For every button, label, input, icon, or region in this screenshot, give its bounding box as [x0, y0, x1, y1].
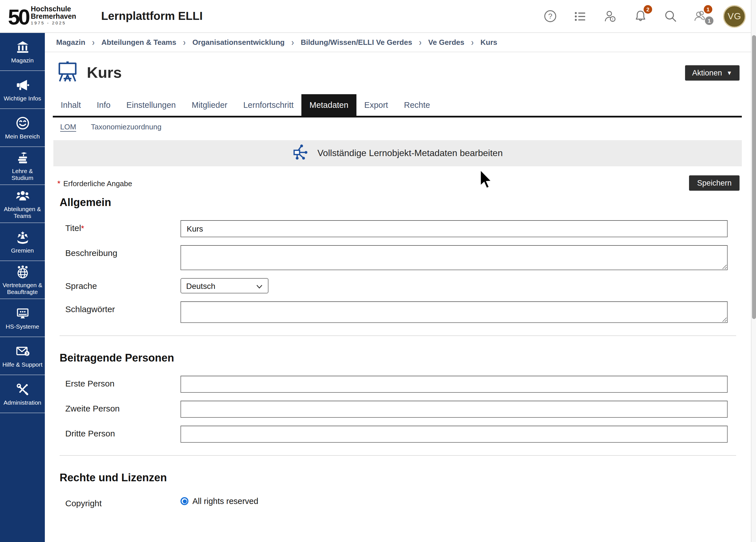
dritte-person-input[interactable]: [180, 426, 728, 443]
monitor-icon: [15, 306, 30, 321]
form-row-sprache: Sprache Deutsch: [56, 278, 740, 293]
sidebar-item-label: Abteilungen & Teams: [1, 205, 44, 219]
svg-text:!: !: [612, 16, 613, 21]
tab-rechte[interactable]: Rechte: [396, 94, 438, 116]
svg-text:?: ?: [548, 12, 552, 20]
logo-years: 1975 - 2025: [31, 21, 76, 26]
school-logo[interactable]: 50 Hochschule Bremerhaven 1975 - 2025: [8, 6, 76, 27]
sidebar-item-label: Wichtige Infos: [4, 95, 41, 102]
section-divider: [60, 455, 736, 456]
topbar-actions: ? !: [543, 5, 746, 28]
tab-lernfortschritt[interactable]: Lernfortschritt: [235, 94, 301, 116]
user-status-icon[interactable]: !: [603, 9, 618, 24]
subtab-bar: LOM Taxonomiezuordnung: [45, 117, 751, 135]
edit-full-metadata-label: Vollständige Lernobjekt-Metadaten bearbe…: [318, 148, 503, 158]
subtab-taxonomiezuordnung[interactable]: Taxonomiezuordnung: [91, 123, 161, 131]
help-icon[interactable]: ?: [543, 9, 557, 24]
beschreibung-label: Beschreibung: [56, 245, 180, 258]
schlagwoerter-label: Schlagwörter: [56, 301, 180, 314]
metadata-form: Allgemein Titel* Beschreibung Sprache De…: [45, 196, 751, 508]
sidebar-item-label: Vertretungen & Beauftragte: [1, 281, 44, 295]
people-group-icon: [15, 188, 30, 203]
megaphone-icon: [15, 78, 30, 93]
app-viewport: 50 Hochschule Bremerhaven 1975 - 2025 Le…: [0, 0, 756, 542]
bank-icon: [15, 40, 30, 54]
schlagwoerter-textarea[interactable]: [180, 301, 728, 323]
zweite-person-label: Zweite Person: [56, 401, 180, 413]
sidebar-item-label: Lehre & Studium: [1, 167, 44, 181]
copyright-label: Copyright: [56, 495, 180, 508]
page-title: Kurs: [87, 64, 122, 81]
tools-icon: [15, 382, 30, 397]
page-header: Kurs Aktionen ▼: [45, 52, 751, 89]
tab-export[interactable]: Export: [356, 94, 396, 116]
sidebar-item-abteilungen-teams[interactable]: Abteilungen & Teams: [0, 185, 45, 223]
list-icon[interactable]: [573, 9, 587, 24]
copyright-option-label: All rights reserved: [192, 497, 258, 506]
caret-down-icon: ▼: [726, 70, 732, 76]
breadcrumb-item-magazin[interactable]: Magazin: [56, 38, 85, 47]
sidebar-item-vertretungen[interactable]: Vertretungen & Beauftragte: [0, 261, 45, 299]
chevron-right-icon: ›: [291, 37, 294, 48]
chevron-down-icon: [256, 281, 263, 291]
sidebar-item-gremien[interactable]: Gremien: [0, 223, 45, 261]
bell-icon[interactable]: 2: [633, 9, 648, 24]
section-divider: [60, 335, 736, 336]
sprache-select-value: Deutsch: [186, 281, 256, 290]
breadcrumb-item-bildung-wissen[interactable]: Bildung/Wissen/ELLI Ve Gerdes: [301, 38, 412, 47]
svg-text:?: ?: [26, 352, 28, 356]
sidebar-item-wichtige-infos[interactable]: Wichtige Infos: [0, 71, 45, 109]
save-button[interactable]: Speichern: [689, 175, 740, 191]
sidebar-item-label: Magazin: [11, 57, 33, 64]
form-row-dritte-person: Dritte Person: [56, 426, 740, 443]
required-hint: *Erforderliche Angabe: [57, 178, 132, 188]
tab-einstellungen[interactable]: Einstellungen: [118, 94, 184, 116]
form-row-zweite-person: Zweite Person: [56, 401, 740, 418]
edit-full-metadata-banner[interactable]: Vollständige Lernobjekt-Metadaten bearbe…: [53, 140, 742, 166]
logo-50-text: 50: [8, 7, 29, 27]
sidebar-item-hs-systeme[interactable]: HS-Systeme: [0, 299, 45, 337]
scrollbar-track[interactable]: [751, 0, 756, 542]
erste-person-label: Erste Person: [56, 376, 180, 388]
tab-inhalt[interactable]: Inhalt: [53, 94, 89, 116]
contacts-icon[interactable]: 1 1: [693, 9, 708, 24]
tab-info[interactable]: Info: [89, 94, 118, 116]
sidebar-item-mein-bereich[interactable]: Mein Bereich: [0, 109, 45, 147]
titel-input[interactable]: [180, 220, 728, 237]
form-row-beschreibung: Beschreibung: [56, 245, 740, 270]
dritte-person-label: Dritte Person: [56, 426, 180, 438]
actions-button[interactable]: Aktionen ▼: [685, 65, 740, 80]
books-icon: [15, 150, 30, 165]
form-row-erste-person: Erste Person: [56, 376, 740, 393]
chevron-right-icon: ›: [419, 37, 421, 48]
erste-person-input[interactable]: [180, 376, 728, 393]
sidebar-item-magazin[interactable]: Magazin: [0, 33, 45, 71]
sidebar-item-lehre-studium[interactable]: Lehre & Studium: [0, 147, 45, 185]
breadcrumb-item-organisationsentwicklung[interactable]: Organisationsentwicklung: [192, 38, 285, 47]
subtab-lom[interactable]: LOM: [60, 123, 76, 131]
chevron-right-icon: ›: [471, 37, 474, 48]
form-row-copyright: Copyright All rights reserved: [56, 495, 740, 508]
zweite-person-input[interactable]: [180, 401, 728, 418]
avatar[interactable]: VG: [723, 5, 746, 28]
sidebar-item-label: Administration: [3, 399, 41, 406]
tab-metadaten[interactable]: Metadaten: [302, 94, 356, 116]
scrollbar-thumb[interactable]: [752, 35, 756, 319]
logo-line2: Bremerhaven: [31, 13, 76, 20]
tab-mitglieder[interactable]: Mitglieder: [184, 94, 236, 116]
section-heading-rechte: Rechte und Lizenzen: [60, 472, 740, 484]
breadcrumb-item-ve-gerdes[interactable]: Ve Gerdes: [428, 38, 464, 47]
copyright-option-row: All rights reserved: [180, 495, 728, 506]
search-icon[interactable]: [663, 9, 678, 24]
hand-people-icon: [15, 230, 30, 245]
sidebar-item-administration[interactable]: Administration: [0, 375, 45, 413]
sidebar-item-hilfe-support[interactable]: ? Hilfe & Support: [0, 337, 45, 375]
form-row-schlagwoerter: Schlagwörter: [56, 301, 740, 323]
mail-question-icon: ?: [15, 344, 30, 359]
breadcrumb-item-abteilungen[interactable]: Abteilungen & Teams: [101, 38, 176, 47]
globe-people-icon: [15, 264, 30, 279]
copyright-radio[interactable]: [180, 497, 188, 505]
sprache-select[interactable]: Deutsch: [180, 278, 268, 293]
beschreibung-textarea[interactable]: [180, 245, 728, 270]
breadcrumb-item-kurs[interactable]: Kurs: [480, 38, 497, 47]
